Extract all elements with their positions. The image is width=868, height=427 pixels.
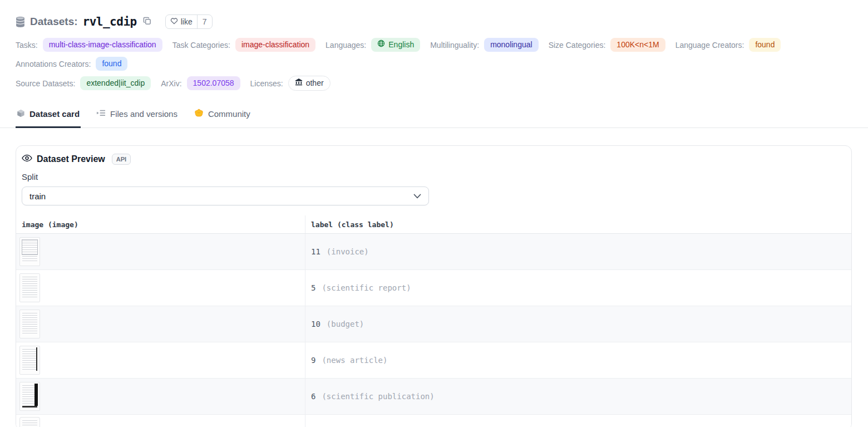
like-button[interactable]: like 7 (165, 14, 213, 29)
dataset-preview-panel: Dataset Preview API Split train image (i… (16, 145, 852, 427)
copy-name-button[interactable] (142, 16, 152, 28)
tag-label: Languages: (326, 41, 366, 50)
tab-label: Dataset card (29, 109, 80, 119)
label-name: (scientific publication) (322, 392, 434, 401)
split-label: Split (22, 172, 845, 181)
table-header-row: image (image) label (class label) (16, 215, 851, 234)
tag-label: Source Datasets: (16, 79, 75, 88)
like-label: like (181, 17, 193, 26)
column-header-image: image (image) (16, 215, 305, 233)
document-thumbnail (19, 273, 40, 302)
preview-table: image (image) label (class label) 11 (in… (16, 215, 851, 427)
tab-label: Community (208, 109, 250, 119)
image-cell (16, 342, 305, 378)
table-row: 11 (invoice) (16, 234, 851, 270)
tag-label: Task Categories: (172, 41, 230, 50)
tag-label: Multilinguality: (430, 41, 479, 50)
tag-section: Tasks: multi-class-image-classification … (0, 29, 868, 91)
eye-icon (22, 154, 32, 164)
tag-group-multilinguality: Multilinguality: monolingual (430, 38, 538, 52)
split-select-value: train (29, 192, 46, 201)
table-row: 6 (scientific publication) (16, 379, 851, 415)
tag-group-task-categories: Task Categories: image-classification (172, 38, 315, 52)
label-value: 5 (311, 283, 315, 292)
tab-label: Files and versions (110, 109, 177, 119)
tag-pill-license[interactable]: other (288, 76, 331, 91)
preview-header: Dataset Preview API (22, 154, 845, 165)
table-row: 10 (budget) (16, 306, 851, 342)
api-button[interactable]: API (112, 154, 131, 165)
globe-icon (377, 40, 385, 50)
tab-bar: Dataset card Files and versions Communit… (0, 103, 868, 128)
document-thumbnail (19, 382, 40, 411)
tag-pill-text: other (306, 78, 324, 89)
community-icon (194, 109, 204, 119)
document-thumbnail (19, 346, 40, 375)
tag-pill-languages[interactable]: English (371, 38, 420, 52)
tag-label: Licenses: (250, 79, 283, 88)
label-value: 6 (311, 392, 315, 401)
document-thumbnail (19, 310, 40, 338)
table-row (16, 415, 851, 427)
label-cell: 9 (news article) (305, 342, 851, 378)
image-cell (16, 270, 305, 306)
tag-group-licenses: Licenses: other (250, 76, 331, 91)
label-name: (scientific report) (322, 283, 411, 292)
tag-row-1: Tasks: multi-class-image-classification … (16, 38, 852, 71)
label-cell (305, 415, 851, 427)
copy-icon (143, 17, 151, 27)
tag-group-tasks: Tasks: multi-class-image-classification (16, 38, 162, 52)
preview-title: Dataset Preview (37, 154, 105, 164)
image-cell (16, 306, 305, 342)
file-list-icon (96, 109, 106, 119)
tag-pill-source-datasets[interactable]: extended|iit_cdip (80, 76, 151, 90)
label-name: (news article) (322, 356, 387, 365)
tag-pill-arxiv[interactable]: 1502.07058 (187, 76, 240, 90)
tab-dataset-card[interactable]: Dataset card (16, 103, 81, 128)
tag-label: ArXiv: (161, 79, 181, 88)
label-value: 11 (311, 247, 320, 256)
tag-group-languages: Languages: English (326, 38, 420, 52)
label-cell: 10 (budget) (305, 306, 851, 342)
tag-pill-language-creators[interactable]: found (749, 38, 781, 52)
tag-pill-size-categories[interactable]: 100K<n<1M (610, 38, 665, 52)
column-header-label: label (class label) (305, 215, 851, 233)
heart-icon (170, 17, 178, 26)
image-cell (16, 234, 305, 269)
tag-pill-annotations-creators[interactable]: found (96, 57, 127, 71)
database-icon (16, 17, 25, 27)
entity-type-label: Datasets: (30, 16, 78, 28)
tab-community[interactable]: Community (193, 103, 251, 128)
like-count[interactable]: 7 (197, 15, 212, 28)
tag-group-size-categories: Size Categories: 100K<n<1M (549, 38, 665, 52)
image-cell (16, 415, 305, 427)
title-row: Datasets: rvl_cdip like 7 (16, 14, 852, 29)
label-cell: 6 (scientific publication) (305, 379, 851, 414)
tag-pill-text: English (388, 40, 414, 50)
label-name: (invoice) (327, 247, 369, 256)
image-cell (16, 379, 305, 414)
cube-icon (17, 109, 25, 119)
split-select[interactable]: train (22, 186, 429, 205)
tab-files-and-versions[interactable]: Files and versions (95, 103, 179, 128)
bank-icon (295, 78, 303, 89)
table-row: 5 (scientific report) (16, 270, 851, 306)
panel-top: Dataset Preview API Split train (16, 146, 851, 205)
tag-pill-task-categories[interactable]: image-classification (235, 38, 315, 52)
tag-label: Language Creators: (675, 41, 744, 50)
tag-group-source-datasets: Source Datasets: extended|iit_cdip (16, 76, 151, 90)
label-cell: 11 (invoice) (305, 234, 851, 269)
label-cell: 5 (scientific report) (305, 270, 851, 306)
page-header: Datasets: rvl_cdip like 7 (0, 0, 868, 29)
tag-group-arxiv: ArXiv: 1502.07058 (161, 76, 240, 90)
tag-pill-multilinguality[interactable]: monolingual (484, 38, 539, 52)
label-name: (budget) (327, 320, 364, 328)
document-thumbnail (19, 417, 40, 427)
tag-pill-tasks[interactable]: multi-class-image-classification (43, 38, 162, 52)
label-value: 9 (311, 356, 315, 365)
tag-group-language-creators: Language Creators: found (675, 38, 781, 52)
dataset-title: rvl_cdip (83, 15, 137, 28)
document-thumbnail (19, 237, 40, 266)
table-row: 9 (news article) (16, 342, 851, 379)
label-value: 10 (311, 320, 320, 328)
